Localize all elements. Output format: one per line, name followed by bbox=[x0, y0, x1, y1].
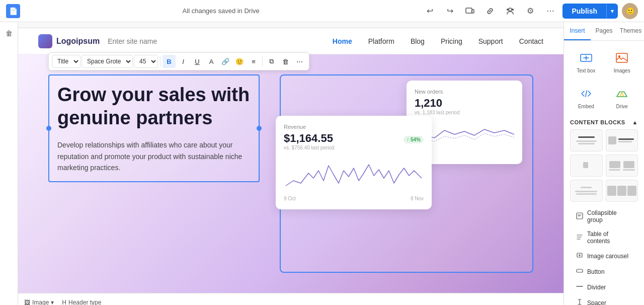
delete-button[interactable]: 🗑 bbox=[2, 26, 16, 40]
block-thumb-3[interactable] bbox=[570, 155, 603, 177]
button-icon bbox=[576, 267, 583, 276]
chart2-svg bbox=[284, 156, 424, 191]
canvas-area: Logoipsum Home Platform Blog Pricing Sup… bbox=[18, 22, 564, 305]
toc-icon bbox=[576, 234, 583, 242]
content-blocks-section: CONTENT BLOCKS ▲ bbox=[570, 119, 638, 305]
chart1-label: New orders bbox=[415, 89, 514, 95]
embed-icon bbox=[578, 86, 594, 102]
tab-themes[interactable]: Themes bbox=[617, 22, 644, 40]
chart1-value: 1,210 bbox=[415, 97, 514, 110]
svg-rect-0 bbox=[466, 8, 472, 13]
chart2-badge: ↑ 54% bbox=[404, 136, 424, 143]
size-select[interactable]: 45 bbox=[134, 55, 158, 68]
publish-button-group: Publish ▾ bbox=[562, 4, 618, 19]
nav-contact[interactable]: Contact bbox=[519, 37, 543, 45]
insert-drive[interactable]: Drive bbox=[606, 82, 638, 113]
block-divider[interactable]: Divider bbox=[570, 279, 638, 295]
bold-button[interactable]: B bbox=[163, 55, 176, 68]
more-button[interactable]: ⋯ bbox=[542, 3, 558, 19]
publish-button[interactable]: Publish bbox=[562, 4, 606, 19]
nav-pricing[interactable]: Pricing bbox=[441, 37, 462, 45]
block-thumb-2[interactable] bbox=[606, 129, 638, 151]
insert-section: Text box Images Embed bbox=[564, 41, 644, 305]
block-button[interactable]: Button bbox=[570, 264, 638, 279]
content-blocks-title: CONTENT BLOCKS ▲ bbox=[570, 119, 638, 125]
images-icon bbox=[614, 50, 630, 66]
text-block-container: Title Space Grote 45 B I U bbox=[48, 74, 260, 273]
tab-insert[interactable]: Insert bbox=[564, 22, 591, 40]
insert-images[interactable]: Images bbox=[606, 46, 638, 78]
block-collapsible-group[interactable]: Collapsible group bbox=[570, 206, 638, 227]
carousel-icon bbox=[576, 252, 583, 260]
top-bar: 📄 All changes saved in Drive ↩ ↪ ⚙ ⋯ Pub… bbox=[0, 0, 644, 22]
settings-button[interactable]: ⚙ bbox=[522, 3, 538, 19]
page-title[interactable]: Grow your sales with genuine partners bbox=[57, 84, 251, 129]
doc-icon: 📄 bbox=[6, 4, 20, 18]
nav-home[interactable]: Home bbox=[333, 37, 352, 45]
charts-block: New orders 1,210 vs. 1,183 last period 9… bbox=[280, 74, 533, 273]
text-color-button[interactable]: A bbox=[205, 55, 218, 68]
collapsible-label: Collapsible group bbox=[587, 209, 632, 223]
publish-dropdown[interactable]: ▾ bbox=[606, 4, 618, 18]
block-thumb-6[interactable] bbox=[606, 180, 638, 202]
image-label: Image bbox=[32, 299, 49, 306]
panel-tabs: Insert Pages Themes bbox=[564, 22, 644, 41]
divider-block-icon bbox=[576, 283, 583, 291]
main-layout: 🗑 Logoipsum Home Platform Blog Pricing S… bbox=[0, 22, 644, 305]
block-list: Collapsible group Table of contents Imag… bbox=[570, 206, 638, 305]
nav-support[interactable]: Support bbox=[478, 37, 503, 45]
spacer-label: Spacer bbox=[587, 299, 606, 306]
logo-icon bbox=[38, 34, 52, 48]
underline-button[interactable]: U bbox=[191, 55, 204, 68]
image-type-button[interactable]: 🖼 Image ▾ bbox=[24, 299, 54, 306]
redo-button[interactable]: ↪ bbox=[442, 3, 458, 19]
drive-icon bbox=[614, 86, 630, 102]
nav-blog[interactable]: Blog bbox=[411, 37, 425, 45]
text-block[interactable]: Grow your sales with genuine partners De… bbox=[48, 74, 260, 182]
svg-rect-6 bbox=[616, 53, 627, 62]
block-table-of-contents[interactable]: Table of contents bbox=[570, 227, 638, 248]
share-button[interactable] bbox=[502, 3, 518, 19]
link-button[interactable] bbox=[482, 3, 498, 19]
responsive-button[interactable] bbox=[462, 3, 478, 19]
more-format-button[interactable]: ⋯ bbox=[293, 55, 306, 68]
style-select[interactable]: Title bbox=[52, 55, 80, 68]
resize-handle-left[interactable] bbox=[46, 126, 51, 131]
textbox-icon bbox=[578, 50, 594, 66]
insert-embed[interactable]: Embed bbox=[570, 82, 602, 113]
resize-handle-right[interactable] bbox=[257, 126, 262, 131]
svg-point-4 bbox=[507, 9, 509, 11]
font-select[interactable]: Space Grote bbox=[82, 55, 133, 68]
carousel-label: Image carousel bbox=[587, 253, 628, 260]
chart2-date-start: 9 Oct bbox=[284, 196, 296, 201]
insert-textbox[interactable]: Text box bbox=[570, 46, 602, 78]
align-button[interactable]: ≡ bbox=[247, 55, 260, 68]
block-image-carousel[interactable]: Image carousel bbox=[570, 248, 638, 264]
copy-format-button[interactable]: ⧉ bbox=[265, 55, 278, 68]
content-wrapper: Title Space Grote 45 B I U bbox=[18, 54, 564, 293]
bottom-bar: 🖼 Image ▾ H Header type bbox=[18, 293, 564, 305]
site-name-input[interactable] bbox=[108, 37, 196, 45]
block-thumb-1[interactable] bbox=[570, 129, 603, 151]
nav-platform[interactable]: Platform bbox=[368, 37, 394, 45]
embed-label: Embed bbox=[578, 104, 594, 109]
block-thumb-5[interactable] bbox=[570, 180, 603, 202]
drive-label: Drive bbox=[616, 104, 628, 109]
collapsible-icon bbox=[576, 212, 583, 221]
tab-pages[interactable]: Pages bbox=[591, 22, 617, 40]
emoji-button[interactable]: 🙂 bbox=[233, 55, 246, 68]
chart2-date-end: 8 Nov bbox=[411, 196, 424, 201]
page-subtitle[interactable]: Develop relationships with affiliates wh… bbox=[57, 139, 251, 173]
canvas-content: Logoipsum Home Platform Blog Pricing Sup… bbox=[18, 28, 564, 293]
italic-button[interactable]: I bbox=[177, 55, 190, 68]
avatar[interactable]: 🙂 bbox=[622, 3, 638, 19]
block-thumb-4[interactable] bbox=[606, 155, 638, 177]
undo-button[interactable]: ↩ bbox=[422, 3, 438, 19]
link-format-button[interactable]: 🔗 bbox=[219, 55, 232, 68]
block-spacer[interactable]: Spacer bbox=[570, 295, 638, 305]
header-type-button[interactable]: H Header type bbox=[62, 299, 101, 306]
header-icon: H bbox=[62, 299, 66, 306]
collapse-icon[interactable]: ▲ bbox=[632, 119, 638, 125]
delete-format-button[interactable]: 🗑 bbox=[279, 55, 292, 68]
content-blocks-grid bbox=[570, 129, 638, 202]
